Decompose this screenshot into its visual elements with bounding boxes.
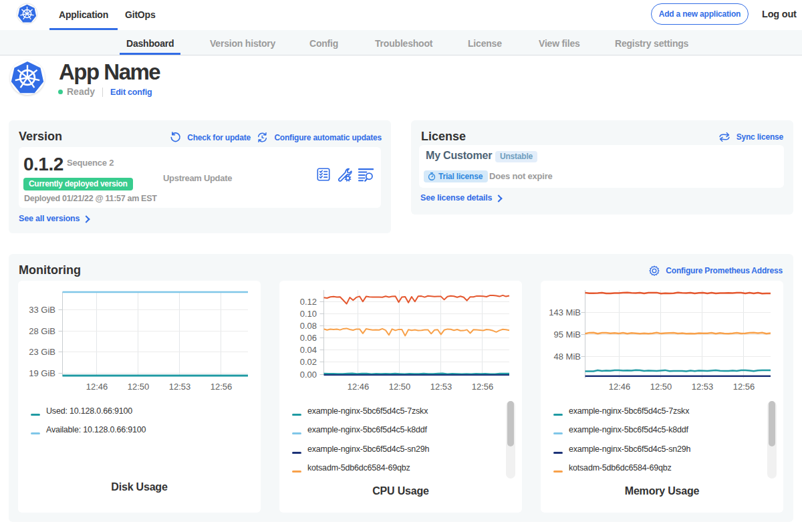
svg-text:12:50: 12:50 (128, 382, 150, 392)
svg-text:19 GiB: 19 GiB (29, 368, 55, 378)
svg-text:0.12: 0.12 (300, 297, 317, 307)
svg-text:0.02: 0.02 (300, 357, 317, 367)
svg-text:0.06: 0.06 (300, 333, 317, 343)
svg-text:12:46: 12:46 (86, 382, 108, 392)
svg-text:33 GiB: 33 GiB (29, 305, 55, 315)
svg-text:12:53: 12:53 (169, 382, 191, 392)
svg-text:0.00: 0.00 (300, 370, 317, 380)
svg-text:12:50: 12:50 (650, 382, 672, 392)
svg-text:95 MiB: 95 MiB (554, 329, 581, 340)
svg-text:28 GiB: 28 GiB (29, 326, 55, 336)
svg-text:12:46: 12:46 (348, 382, 370, 392)
svg-text:12:53: 12:53 (692, 382, 714, 392)
svg-text:12:56: 12:56 (733, 382, 755, 392)
svg-text:23 GiB: 23 GiB (29, 347, 55, 357)
svg-text:12:56: 12:56 (211, 382, 233, 392)
svg-text:12:46: 12:46 (609, 382, 631, 392)
svg-text:0.08: 0.08 (300, 321, 317, 331)
svg-text:0.10: 0.10 (300, 309, 317, 319)
svg-text:48 MiB: 48 MiB (554, 352, 581, 362)
svg-text:143 MiB: 143 MiB (549, 307, 581, 317)
svg-text:12:56: 12:56 (472, 382, 494, 392)
svg-text:12:53: 12:53 (430, 382, 452, 392)
svg-text:12:50: 12:50 (389, 382, 411, 392)
svg-text:0.04: 0.04 (300, 345, 317, 355)
